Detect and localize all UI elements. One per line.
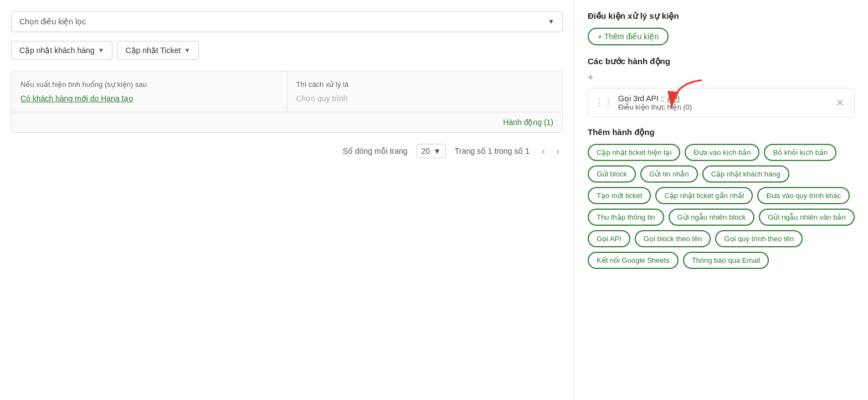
event-col2-label: Thì cách xử lý là (296, 80, 554, 89)
pagination-per-page-select[interactable]: 20 ▼ (417, 144, 446, 158)
right-panel: Điều kiện xử lý sự kiện + Thêm điều kiện… (574, 0, 868, 400)
action-tag-7[interactable]: Cập nhật ticket gần nhất (655, 187, 753, 204)
step-title: Gọi 3rd API :: API (618, 94, 827, 103)
next-page-button[interactable]: › (553, 144, 563, 158)
action-tag-10[interactable]: Gửi ngẫu nhiên block (669, 209, 755, 226)
action-tag-11[interactable]: Gửi ngẫu nhiên văn bản (759, 209, 854, 226)
pagination-info: Trang số 1 trong số 1 (455, 147, 530, 155)
action-buttons-row: Cập nhật khách hàng ▼ Cập nhật Ticket ▼ (11, 41, 563, 60)
event-condition-link[interactable]: Có khách hàng mới do Hana tạo (20, 94, 133, 103)
steps-title: Các bước hành động (588, 56, 855, 66)
action-tag-2[interactable]: Bỏ khỏi kịch bản (764, 144, 836, 161)
step-add-row: + (588, 72, 855, 84)
update-customer-label: Cập nhật khách hàng (19, 46, 95, 55)
action-tag-12[interactable]: Gọi API (588, 230, 630, 247)
event-card: Nếu xuất hiện tình huống (sự kiện) sau C… (11, 71, 563, 133)
filter-row: Chọn điều kiện lọc ▼ (11, 11, 563, 32)
chevron-down-icon: ▼ (433, 147, 441, 155)
filter-select[interactable]: Chọn điều kiện lọc ▼ (11, 11, 563, 32)
chevron-down-icon: ▼ (548, 18, 554, 25)
action-tag-4[interactable]: Gửi tin nhắn (640, 165, 698, 183)
pagination-per-page-value: 20 (422, 147, 430, 155)
step-plus-icon[interactable]: + (588, 72, 594, 84)
add-actions-title: Thêm hành động (588, 127, 855, 137)
step-content: Gọi 3rd API :: API Điều kiện thực hiện (… (618, 94, 827, 111)
add-condition-button[interactable]: + Thêm điều kiện (588, 28, 669, 45)
chevron-down-icon: ▼ (98, 46, 105, 54)
add-condition-label: + Thêm điều kiện (598, 32, 659, 41)
update-ticket-label: Cập nhật Ticket (125, 46, 181, 55)
action-tag-6[interactable]: Tạo mới ticket (588, 187, 651, 204)
action-tag-1[interactable]: Đưa vào kịch bản (685, 144, 759, 161)
step-subtitle: Điều kiện thực hiện (0) (618, 103, 827, 111)
action-count: Hành động (1) (503, 118, 553, 127)
event-col-process: Thì cách xử lý là Chọn quy trình (287, 71, 563, 112)
prev-page-button[interactable]: ‹ (538, 144, 548, 158)
drag-handle-icon[interactable]: ⋮⋮ (595, 97, 613, 108)
action-tag-13[interactable]: Gọi block theo tên (635, 230, 711, 247)
update-ticket-button[interactable]: Cập nhật Ticket ▼ (117, 41, 199, 60)
action-tags-grid: Cập nhật ticket hiện tạiĐưa vào kịch bản… (588, 144, 855, 269)
step-title-prefix: Gọi 3rd API :: (618, 94, 667, 103)
filter-placeholder: Chọn điều kiện lọc (19, 17, 86, 26)
action-tag-14[interactable]: Gọi quy trình theo tên (715, 230, 803, 247)
action-count-row: Hành động (1) (12, 112, 562, 132)
update-customer-button[interactable]: Cập nhật khách hàng ▼ (11, 41, 112, 60)
action-tag-3[interactable]: Gửi block (588, 165, 636, 183)
event-col1-label: Nếu xuất hiện tình huống (sự kiện) sau (20, 80, 278, 89)
action-tag-15[interactable]: Kết nối Google Sheets (588, 252, 679, 269)
chevron-down-icon: ▼ (184, 46, 191, 54)
step-item-1: ⋮⋮ Gọi 3rd API :: API Điều kiện thực hiệ… (588, 88, 855, 117)
pagination-row: Số dòng mỗi trang 20 ▼ Trang số 1 trong … (11, 144, 563, 158)
action-tag-0[interactable]: Cập nhật ticket hiện tại (588, 144, 680, 161)
step-delete-button[interactable]: ✕ (833, 96, 848, 110)
event-process-placeholder[interactable]: Chọn quy trình (296, 94, 348, 103)
action-tag-8[interactable]: Đưa vào quy trình khác (757, 187, 849, 204)
action-tag-5[interactable]: Cập nhật khách hàng (702, 165, 789, 183)
pagination-label: Số dòng mỗi trang (343, 147, 408, 155)
step-api-link[interactable]: API (667, 94, 680, 103)
event-col-condition: Nếu xuất hiện tình huống (sự kiện) sau C… (12, 71, 287, 112)
action-tag-16[interactable]: Thông báo qua Email (683, 252, 769, 269)
condition-title: Điều kiện xử lý sự kiện (588, 11, 855, 21)
pagination-nav: ‹ › (538, 144, 563, 158)
action-tag-9[interactable]: Thu thập thông tin (588, 209, 664, 226)
